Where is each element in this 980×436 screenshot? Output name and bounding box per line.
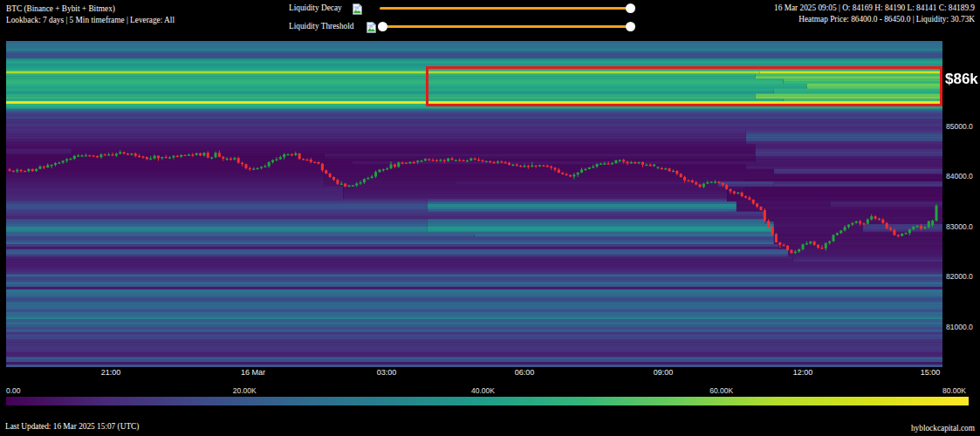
liquidation-heatmap-app: BTC (Binance + Bybit + Bitmex) Lookback:… bbox=[0, 0, 980, 436]
time-tick-label: 06:00 bbox=[515, 368, 535, 377]
time-tick-label: 03:00 bbox=[377, 368, 397, 377]
header-right: 16 Mar 2025 09:05 | O: 84169 H: 84190 L:… bbox=[774, 3, 975, 24]
colorbar-tick-label: 60.00K bbox=[709, 386, 733, 395]
liquidity-decay-label: Liquidity Decay bbox=[289, 3, 342, 12]
header-left: BTC (Binance + Bybit + Bitmex) Lookback:… bbox=[6, 3, 175, 25]
price-highlight-label: $86k bbox=[945, 71, 978, 88]
liquidity-threshold-slider-row: Liquidity Threshold bbox=[289, 19, 638, 35]
liquidity-threshold-slider-handle-max[interactable] bbox=[626, 22, 635, 31]
price-highlight-rectangle bbox=[426, 66, 942, 106]
ohlc-readout: 16 Mar 2025 09:05 | O: 84169 H: 84190 L:… bbox=[774, 3, 975, 14]
time-tick-label: 15:00 bbox=[921, 368, 941, 377]
liquidity-decay-slider-row: Liquidity Decay bbox=[289, 1, 638, 17]
price-tick-label: 83000.0 bbox=[946, 222, 973, 231]
liquidity-threshold-label: Liquidity Threshold bbox=[289, 22, 353, 31]
colorbar-tick-label: 80.00K bbox=[942, 386, 966, 395]
colorbar-tick-label: 40.00K bbox=[471, 386, 495, 395]
chart-area[interactable] bbox=[6, 41, 942, 367]
liquidity-threshold-slider-handle-min[interactable] bbox=[378, 22, 387, 31]
lookback-subtitle: Lookback: 7 days | 5 Min timeframe | Lev… bbox=[6, 15, 175, 26]
colorbar-tick-label: 0.00 bbox=[6, 386, 21, 395]
colorbar-tick-label: 20.00K bbox=[233, 386, 257, 395]
heatmap-price-readout: Heatmap Price: 86400.0 - 86450.0 | Liqui… bbox=[774, 14, 975, 25]
last-updated-text: Last Updated: 16 Mar 2025 15:07 (UTC) bbox=[5, 422, 139, 431]
time-tick-label: 16 Mar bbox=[241, 368, 265, 377]
liquidity-threshold-slider-track[interactable] bbox=[382, 25, 631, 28]
symbol-title: BTC (Binance + Bybit + Bitmex) bbox=[6, 3, 175, 15]
broken-image-icon bbox=[367, 21, 376, 32]
site-link[interactable]: hyblockcapital.com bbox=[911, 424, 975, 433]
price-tick-label: 82000.0 bbox=[946, 272, 973, 281]
price-tick-label: 84000.0 bbox=[946, 172, 973, 181]
time-tick-label: 21:00 bbox=[101, 368, 121, 377]
time-tick-label: 09:00 bbox=[654, 368, 674, 377]
liquidity-colorbar bbox=[6, 397, 969, 405]
price-tick-label: 81000.0 bbox=[946, 323, 973, 331]
price-tick-label: 85000.0 bbox=[946, 122, 973, 131]
time-tick-label: 12:00 bbox=[793, 368, 813, 377]
liquidity-decay-slider-handle[interactable] bbox=[626, 3, 635, 13]
broken-image-icon bbox=[353, 3, 362, 14]
liquidity-decay-slider-track[interactable] bbox=[380, 7, 631, 10]
